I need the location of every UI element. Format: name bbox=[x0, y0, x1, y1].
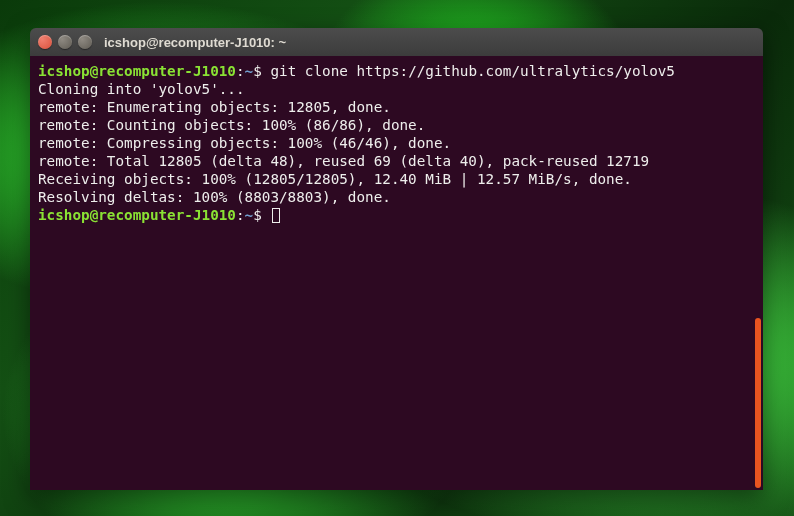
maximize-icon[interactable] bbox=[78, 35, 92, 49]
prompt-colon: : bbox=[236, 63, 245, 79]
prompt-user-host: icshop@recomputer-J1010 bbox=[38, 207, 236, 223]
command-text: git clone https://github.com/ultralytics… bbox=[262, 63, 675, 79]
prompt-dollar: $ bbox=[253, 207, 262, 223]
terminal-window: icshop@recomputer-J1010: ~ icshop@recomp… bbox=[30, 28, 763, 490]
terminal-body[interactable]: icshop@recomputer-J1010:~$ git clone htt… bbox=[30, 56, 763, 490]
output-line: remote: Counting objects: 100% (86/86), … bbox=[38, 116, 755, 134]
prompt-user-host: icshop@recomputer-J1010 bbox=[38, 63, 236, 79]
prompt-dollar: $ bbox=[253, 63, 262, 79]
output-line: remote: Total 12805 (delta 48), reused 6… bbox=[38, 152, 755, 170]
prompt-path: ~ bbox=[245, 63, 254, 79]
window-title: icshop@recomputer-J1010: ~ bbox=[104, 35, 286, 50]
cursor bbox=[272, 208, 280, 223]
output-line: Resolving deltas: 100% (8803/8803), done… bbox=[38, 188, 755, 206]
close-icon[interactable] bbox=[38, 35, 52, 49]
command-text bbox=[262, 207, 271, 223]
minimize-icon[interactable] bbox=[58, 35, 72, 49]
output-line: remote: Enumerating objects: 12805, done… bbox=[38, 98, 755, 116]
prompt-path: ~ bbox=[245, 207, 254, 223]
output-line: Receiving objects: 100% (12805/12805), 1… bbox=[38, 170, 755, 188]
titlebar[interactable]: icshop@recomputer-J1010: ~ bbox=[30, 28, 763, 56]
output-line: remote: Compressing objects: 100% (46/46… bbox=[38, 134, 755, 152]
scrollbar[interactable] bbox=[755, 318, 761, 488]
prompt-line-2: icshop@recomputer-J1010:~$ bbox=[38, 206, 755, 224]
prompt-colon: : bbox=[236, 207, 245, 223]
output-line: Cloning into 'yolov5'... bbox=[38, 80, 755, 98]
prompt-line-1: icshop@recomputer-J1010:~$ git clone htt… bbox=[38, 62, 755, 80]
